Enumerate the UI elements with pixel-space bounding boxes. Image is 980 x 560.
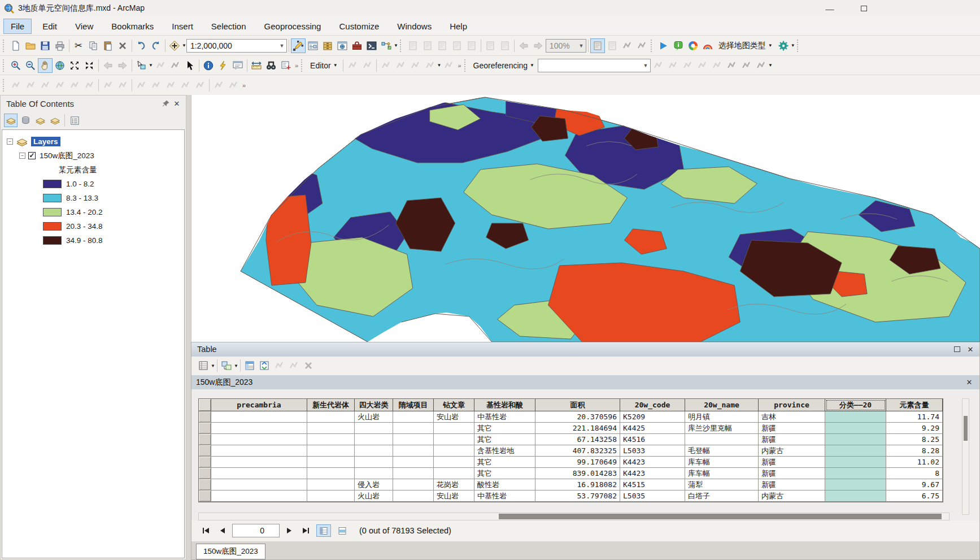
- row-selector[interactable]: [199, 423, 211, 434]
- endpoint-arc-icon[interactable]: [393, 58, 408, 73]
- table-cell[interactable]: [307, 434, 355, 445]
- menu-windows[interactable]: Windows: [390, 19, 439, 34]
- table-cell[interactable]: 内蒙古: [759, 490, 825, 502]
- table-cell[interactable]: 6.75: [886, 490, 943, 502]
- column-header[interactable]: 钻文章: [434, 399, 474, 411]
- table-cell[interactable]: [825, 423, 886, 434]
- column-header[interactable]: 元素含量: [886, 399, 943, 411]
- zoom-100-icon[interactable]: [450, 38, 464, 53]
- toolbar-grip[interactable]: [3, 79, 6, 92]
- table-cell[interactable]: K4423: [620, 468, 685, 479]
- add-control-points-icon[interactable]: [651, 58, 665, 73]
- trim-icon[interactable]: [53, 78, 67, 93]
- table-cell[interactable]: [393, 468, 434, 479]
- table-cell[interactable]: [393, 445, 434, 457]
- menu-help[interactable]: Help: [442, 19, 474, 34]
- layers-expander[interactable]: −: [7, 138, 13, 145]
- table-cell[interactable]: [825, 490, 886, 502]
- table-cell[interactable]: 新疆: [759, 434, 825, 445]
- table-cell[interactable]: [434, 423, 474, 434]
- table-cell[interactable]: 其它: [474, 457, 535, 468]
- select-elements-icon[interactable]: [182, 58, 197, 73]
- table-cell[interactable]: 8: [886, 468, 943, 479]
- show-selected-records-button[interactable]: [335, 524, 350, 537]
- table-cell[interactable]: 库车幅: [685, 468, 759, 479]
- list-by-visibility-icon[interactable]: [33, 114, 47, 127]
- table-cell[interactable]: 火山岩: [355, 411, 393, 423]
- table-cell[interactable]: [211, 468, 307, 479]
- chevron-down-icon[interactable]: ▼: [277, 43, 286, 49]
- table-cell[interactable]: 白塔子: [685, 490, 759, 502]
- legend-swatch[interactable]: [43, 208, 62, 216]
- table-cell[interactable]: [211, 490, 307, 502]
- table-cell[interactable]: 库兰沙里克幅: [685, 423, 759, 434]
- table-options-icon[interactable]: [196, 358, 211, 373]
- select-features-icon[interactable]: [134, 58, 149, 73]
- html-popup-icon[interactable]: [230, 58, 245, 73]
- open-folder-icon[interactable]: [23, 38, 38, 53]
- table-cell[interactable]: 9.29: [886, 423, 943, 434]
- table-cell[interactable]: 其它: [474, 434, 535, 445]
- chevron-down-icon[interactable]: ▼: [182, 43, 186, 48]
- toolbar-grip[interactable]: [3, 40, 6, 52]
- column-header[interactable]: 20w_code: [620, 399, 685, 411]
- go-forward-extent-icon[interactable]: [531, 38, 546, 53]
- toolbar-overflow-icon[interactable]: »: [293, 62, 299, 69]
- table-cell[interactable]: [307, 411, 355, 423]
- table-maximize-icon[interactable]: [951, 344, 962, 354]
- show-all-records-button[interactable]: [316, 524, 331, 537]
- menu-customize[interactable]: Customize: [332, 19, 386, 34]
- chevron-down-icon[interactable]: ▼: [149, 63, 153, 68]
- table-cell[interactable]: 库车幅: [685, 457, 759, 468]
- catalog-icon[interactable]: [320, 38, 335, 53]
- redo-icon[interactable]: [149, 38, 163, 53]
- table-cell[interactable]: 新疆: [759, 468, 825, 479]
- pan-page-icon[interactable]: [435, 38, 450, 53]
- table-cell[interactable]: L5035: [620, 490, 685, 502]
- table-cell[interactable]: 新疆: [759, 457, 825, 468]
- layer-name-label[interactable]: 150w底图_2023: [40, 151, 94, 161]
- proportion-icon[interactable]: [226, 78, 241, 93]
- table-cell[interactable]: 8.28: [886, 445, 943, 457]
- column-header[interactable]: 隋域项目: [393, 399, 434, 411]
- pan-icon[interactable]: [38, 58, 53, 73]
- forward-icon[interactable]: [115, 58, 130, 73]
- layer-expander[interactable]: −: [19, 153, 25, 159]
- toc-pin-icon[interactable]: [160, 98, 171, 109]
- highlight-selected-icon[interactable]: [242, 358, 257, 373]
- delete-icon[interactable]: [115, 38, 130, 53]
- offset-icon[interactable]: [193, 78, 207, 93]
- editor-menu[interactable]: Editor▼: [307, 59, 341, 72]
- chevron-down-icon[interactable]: ▼: [641, 63, 650, 68]
- python-window-icon[interactable]: [364, 38, 379, 53]
- align-icon[interactable]: [163, 78, 178, 93]
- current-record-field[interactable]: 0: [232, 524, 280, 537]
- list-by-source-icon[interactable]: [19, 114, 32, 127]
- column-header[interactable]: 分类——20: [825, 399, 886, 411]
- zoom-out-icon[interactable]: [23, 58, 38, 73]
- polygon-sketch-icon[interactable]: [423, 58, 437, 73]
- clear-selection-icon[interactable]: [153, 58, 168, 73]
- first-record-button[interactable]: [199, 524, 213, 537]
- toggle-draft-mode-icon[interactable]: [590, 38, 605, 53]
- table-cell[interactable]: 9.67: [886, 479, 943, 490]
- table-cell[interactable]: K4515: [620, 479, 685, 490]
- legend-swatch[interactable]: [43, 236, 62, 245]
- select-link-icon[interactable]: [680, 58, 695, 73]
- replace-geometry-icon[interactable]: [178, 78, 193, 93]
- gear-icon[interactable]: [776, 38, 791, 53]
- last-record-button[interactable]: [299, 524, 312, 537]
- related-tables-icon[interactable]: [219, 358, 234, 373]
- table-cell[interactable]: 酸性岩: [474, 479, 535, 490]
- map-view[interactable]: [191, 95, 980, 342]
- table-cell[interactable]: [434, 434, 474, 445]
- table-cell[interactable]: [393, 423, 434, 434]
- table-cell[interactable]: [434, 468, 474, 479]
- menu-selection[interactable]: Selection: [204, 19, 254, 34]
- table-cell[interactable]: 内蒙古: [759, 445, 825, 457]
- table-cell[interactable]: [307, 423, 355, 434]
- table-cell[interactable]: K4423: [620, 457, 685, 468]
- rotate-icon[interactable]: [753, 58, 768, 73]
- update-georeferencing-icon[interactable]: [739, 58, 753, 73]
- print-icon[interactable]: [53, 38, 67, 53]
